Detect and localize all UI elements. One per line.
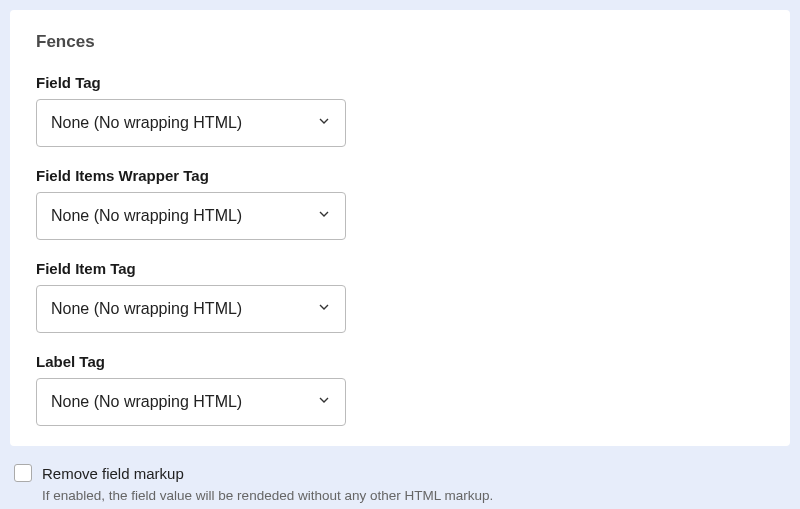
remove-field-markup-row: Remove field markup — [14, 464, 790, 482]
panel-title: Fences — [36, 32, 764, 52]
below-options: Remove field markup If enabled, the fiel… — [10, 446, 790, 503]
field-item-tag-label: Field Item Tag — [36, 260, 764, 277]
field-item-tag-value: None (No wrapping HTML) — [51, 300, 242, 318]
field-items-wrapper-tag-label: Field Items Wrapper Tag — [36, 167, 764, 184]
field-tag-value: None (No wrapping HTML) — [51, 114, 242, 132]
label-tag-value: None (No wrapping HTML) — [51, 393, 242, 411]
field-items-wrapper-tag-value: None (No wrapping HTML) — [51, 207, 242, 225]
remove-field-markup-label: Remove field markup — [42, 465, 184, 482]
field-tag-select[interactable]: None (No wrapping HTML) — [36, 99, 346, 147]
field-group-item-tag: Field Item Tag None (No wrapping HTML) — [36, 260, 764, 333]
label-tag-select[interactable]: None (No wrapping HTML) — [36, 378, 346, 426]
field-tag-label: Field Tag — [36, 74, 764, 91]
field-group-items-wrapper-tag: Field Items Wrapper Tag None (No wrappin… — [36, 167, 764, 240]
field-item-tag-select[interactable]: None (No wrapping HTML) — [36, 285, 346, 333]
field-items-wrapper-tag-select[interactable]: None (No wrapping HTML) — [36, 192, 346, 240]
field-group-field-tag: Field Tag None (No wrapping HTML) — [36, 74, 764, 147]
remove-field-markup-help: If enabled, the field value will be rend… — [42, 488, 790, 503]
remove-field-markup-checkbox[interactable] — [14, 464, 32, 482]
field-group-label-tag: Label Tag None (No wrapping HTML) — [36, 353, 764, 426]
label-tag-label: Label Tag — [36, 353, 764, 370]
fences-panel: Fences Field Tag None (No wrapping HTML)… — [10, 10, 790, 446]
